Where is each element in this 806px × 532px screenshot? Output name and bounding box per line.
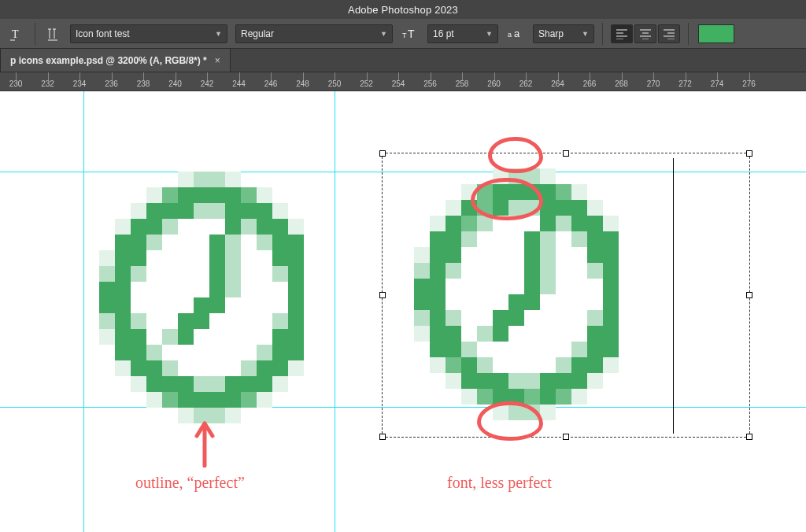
transform-handle[interactable]	[746, 150, 752, 157]
document-tab-title: p icons example.psd @ 3200% (A, RGB/8*) …	[10, 55, 207, 66]
ruler-tick-label: 236	[105, 79, 118, 88]
ruler-tick-label: 272	[678, 79, 692, 88]
ruler-tick-label: 262	[519, 79, 533, 88]
options-toolbar: T Icon font test ▼ Regular ▼ TT 16 pt ▼ …	[0, 19, 806, 49]
ruler-tick-label: 238	[137, 79, 150, 88]
text-align-group	[611, 24, 680, 43]
annotation-circle	[477, 401, 543, 441]
horizontal-ruler[interactable]: 2302322342362382402422442462482502522542…	[0, 72, 806, 91]
text-tool-indicator-icon[interactable]: T	[8, 24, 27, 43]
font-size-icon: TT	[401, 24, 420, 43]
canvas[interactable]: outline, “perfect” font, less perfect	[0, 91, 806, 532]
annotation-circle	[488, 137, 543, 173]
chevron-down-icon: ▼	[582, 30, 589, 38]
font-size-value: 16 pt	[433, 28, 454, 39]
chevron-down-icon: ▼	[215, 30, 222, 38]
chevron-down-icon: ▼	[380, 30, 387, 38]
anti-alias-value: Sharp	[538, 28, 564, 39]
anti-alias-select[interactable]: Sharp ▼	[533, 24, 594, 43]
text-caret	[673, 158, 674, 434]
document-tabstrip: p icons example.psd @ 3200% (A, RGB/8*) …	[0, 49, 806, 72]
transform-handle[interactable]	[563, 150, 569, 157]
font-family-value: Icon font test	[76, 28, 130, 39]
text-color-swatch[interactable]	[698, 24, 734, 43]
titlebar: Adobe Photoshop 2023	[0, 0, 806, 19]
ruler-tick-label: 268	[615, 79, 628, 88]
transform-bounding-box[interactable]	[382, 153, 750, 438]
anti-alias-icon: aa	[506, 24, 525, 43]
font-family-select[interactable]: Icon font test ▼	[70, 24, 227, 43]
font-size-select[interactable]: 16 pt ▼	[427, 24, 498, 43]
transform-handle[interactable]	[746, 434, 752, 440]
ruler-tick-label: 276	[742, 79, 756, 88]
ruler-tick-label: 260	[487, 79, 501, 88]
ruler-tick-label: 258	[456, 79, 469, 88]
ruler-tick-label: 250	[328, 79, 342, 88]
chevron-down-icon: ▼	[486, 30, 493, 38]
svg-text:a: a	[514, 28, 520, 39]
ruler-tick-label: 254	[392, 79, 405, 88]
ruler-tick-label: 240	[168, 79, 182, 88]
ruler-tick-label: 234	[73, 79, 87, 88]
svg-text:T: T	[402, 31, 407, 39]
transform-handle[interactable]	[563, 434, 569, 440]
svg-text:T: T	[408, 28, 415, 40]
ruler-tick-label: 252	[360, 79, 373, 88]
ruler-tick-label: 230	[9, 79, 23, 88]
separator	[602, 23, 603, 45]
ruler-tick-label: 246	[264, 79, 278, 88]
transform-handle[interactable]	[746, 292, 752, 298]
close-icon[interactable]: ×	[215, 55, 220, 66]
annotation-circle	[471, 178, 543, 220]
ruler-tick-label: 242	[201, 79, 214, 88]
ruler-tick-label: 248	[296, 79, 309, 88]
ruler-tick-label: 232	[41, 79, 54, 88]
align-center-button[interactable]	[634, 24, 656, 43]
icon-left-clock	[83, 156, 335, 423]
text-orientation-icon[interactable]	[43, 24, 62, 43]
ruler-tick-label: 264	[551, 79, 564, 88]
font-style-select[interactable]: Regular ▼	[235, 24, 393, 43]
align-left-button[interactable]	[611, 24, 633, 43]
align-right-button[interactable]	[658, 24, 680, 43]
ruler-tick-label: 274	[711, 79, 724, 88]
svg-text:T: T	[12, 28, 19, 40]
ruler-tick-label: 256	[423, 79, 437, 88]
ruler-tick-label: 244	[232, 79, 246, 88]
separator	[688, 23, 689, 45]
separator	[35, 23, 35, 45]
app-title: Adobe Photoshop 2023	[348, 4, 458, 16]
ruler-tick-label: 266	[583, 79, 597, 88]
transform-handle[interactable]	[379, 150, 386, 157]
annotation-arrow-icon	[192, 419, 217, 467]
annotation-label-left: outline, “perfect”	[135, 474, 245, 492]
annotation-label-right: font, less perfect	[447, 474, 552, 492]
svg-text:a: a	[508, 31, 512, 39]
ruler-tick-label: 270	[647, 79, 660, 88]
transform-handle[interactable]	[379, 292, 386, 298]
font-style-value: Regular	[241, 28, 274, 39]
document-tab[interactable]: p icons example.psd @ 3200% (A, RGB/8*) …	[0, 48, 231, 72]
transform-handle[interactable]	[379, 434, 386, 440]
